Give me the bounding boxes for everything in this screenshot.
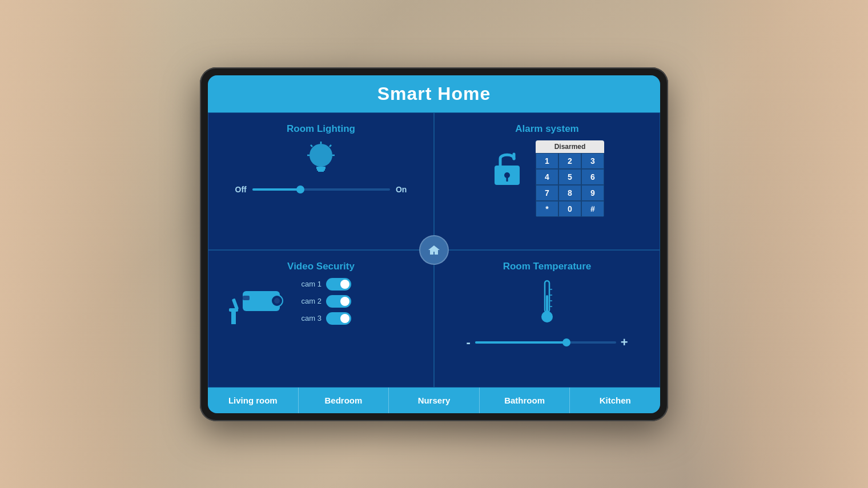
svg-line-3 (311, 145, 312, 147)
svg-rect-17 (546, 295, 548, 312)
cam2-toggle[interactable] (326, 295, 351, 308)
cam1-row: cam 1 (300, 278, 351, 291)
camera-icon (220, 279, 288, 324)
cam3-knob (340, 314, 349, 323)
alarm-title: Alarm system (446, 123, 648, 135)
cam2-label: cam 2 (300, 297, 322, 305)
key-star[interactable]: * (536, 201, 558, 217)
tab-nursery[interactable]: Nursery (389, 388, 480, 413)
home-button[interactable] (419, 235, 449, 265)
key-2[interactable]: 2 (558, 153, 581, 169)
key-8[interactable]: 8 (558, 185, 581, 201)
cam2-knob (340, 297, 349, 306)
cam1-knob (340, 280, 349, 289)
svg-line-2 (329, 145, 331, 147)
temperature-title: Room Temperature (446, 261, 648, 272)
svg-point-18 (541, 311, 553, 322)
temperature-content: - + (446, 278, 648, 350)
alarm-quadrant: Alarm system Disarmed (434, 112, 660, 250)
security-quadrant: Video Security (208, 250, 434, 388)
lighting-title: Room Lighting (220, 123, 422, 135)
key-6[interactable]: 6 (581, 169, 604, 185)
key-9[interactable]: 9 (581, 185, 604, 201)
key-5[interactable]: 5 (558, 169, 581, 185)
key-1[interactable]: 1 (536, 153, 558, 169)
bottom-tabs: Living room Bedroom Nursery Bathroom Kit… (208, 388, 660, 413)
key-hash[interactable]: # (581, 201, 604, 217)
tab-bedroom[interactable]: Bedroom (299, 388, 389, 413)
security-content: cam 1 cam 2 cam 3 (220, 278, 422, 325)
svg-point-0 (310, 144, 332, 167)
svg-point-14 (274, 298, 280, 304)
cam3-label: cam 3 (300, 314, 322, 322)
temperature-slider[interactable] (475, 341, 616, 344)
alarm-content: Disarmed 1 2 3 4 5 6 7 8 9 * 0 (446, 140, 648, 217)
tab-bathroom[interactable]: Bathroom (480, 388, 570, 413)
tablet-frame: Smart Home Room Lighting (200, 67, 668, 421)
lighting-slider-row: Off On (235, 185, 407, 194)
cam1-toggle[interactable] (326, 278, 351, 291)
thermometer-icon (537, 278, 557, 329)
key-3[interactable]: 3 (581, 153, 604, 169)
tab-living-room[interactable]: Living room (208, 388, 299, 413)
cam1-label: cam 1 (300, 280, 322, 288)
camera-toggles: cam 1 cam 2 cam 3 (300, 278, 351, 325)
lighting-content: Off On (220, 140, 422, 194)
keypad-grid: 1 2 3 4 5 6 7 8 9 * 0 # (536, 153, 604, 217)
lighting-slider[interactable] (252, 188, 390, 191)
main-grid: Room Lighting (208, 112, 660, 388)
lighting-on-label: On (396, 185, 407, 194)
svg-rect-15 (243, 296, 250, 300)
temp-minus[interactable]: - (466, 335, 470, 350)
cam3-toggle[interactable] (326, 312, 351, 325)
bulb-icon (304, 140, 338, 180)
tab-kitchen[interactable]: Kitchen (570, 388, 660, 413)
app-title: Smart Home (219, 83, 649, 104)
temp-plus[interactable]: + (621, 335, 628, 350)
lighting-quadrant: Room Lighting (208, 112, 434, 250)
security-title: Video Security (220, 261, 422, 272)
alarm-keypad: Disarmed 1 2 3 4 5 6 7 8 9 * 0 (536, 140, 604, 217)
cam2-row: cam 2 (300, 295, 351, 308)
key-7[interactable]: 7 (536, 185, 558, 201)
app-header: Smart Home (208, 75, 660, 112)
temperature-slider-row: - + (466, 335, 628, 350)
alarm-status: Disarmed (536, 140, 604, 153)
tablet-screen: Smart Home Room Lighting (208, 75, 660, 413)
key-0[interactable]: 0 (558, 201, 581, 217)
cam3-row: cam 3 (300, 312, 351, 325)
lock-icon (490, 146, 524, 192)
lighting-off-label: Off (235, 185, 247, 194)
temperature-quadrant: Room Temperature (434, 250, 660, 388)
key-4[interactable]: 4 (536, 169, 558, 185)
